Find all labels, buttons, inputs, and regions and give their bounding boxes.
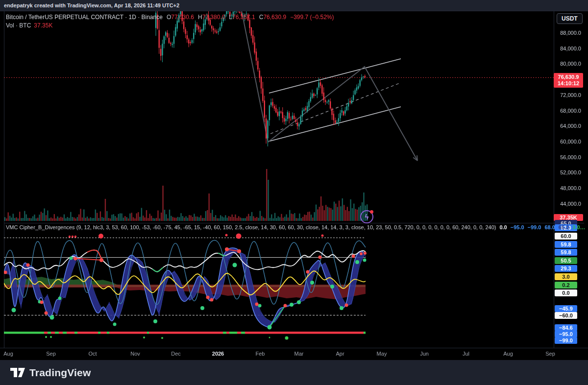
indicator-value-tag: 0.2 [555,282,577,289]
price-axis-label: 60,000.0 [553,139,581,144]
indicator-value-tag: −84.6 [555,324,577,331]
indicator-status-values: 0.0−95.0−99.068.065.03.0… [496,224,585,230]
indicator-value-tag: −60.0 [555,312,577,319]
time-axis-label[interactable]: Dec [171,351,181,357]
time-axis-label[interactable]: Jul [463,351,469,357]
last-price-value: 76,630.9 [554,74,583,80]
ohlc-letter: O [167,14,171,21]
indicator-status-value: −99.0 [528,224,541,230]
boost-lightning-icon[interactable]: ϟ [360,210,373,223]
price-axis-label: 72,000.0 [553,92,581,98]
indicator-value-tag: 0.0 [555,289,577,296]
price-axis-label: 64,000.0 [553,123,581,129]
ohlc-value: 76,357.1 [232,14,255,21]
ohlc-values: O77,030.6H77,380.0L76,357.1C76,630.9 [163,14,286,21]
price-chart-canvas[interactable] [0,0,588,385]
tradingview-brand-text[interactable]: TradingView [29,367,91,379]
notification-dot [370,210,373,214]
indicator-status-value: 65.0 [559,224,569,230]
indicator-value-tag: 60.0 [555,233,577,240]
indicator-params: (9, 12, hlc3, 3, 53, 60, 100, -53, -60, … [76,224,496,230]
price-axis-label: 44,000.0 [553,201,581,207]
ohlc-letter: H [198,14,202,21]
indicator-title-row: VMC Cipher_B_Divergences (9, 12, hlc3, 3… [6,224,586,230]
time-axis-label[interactable]: Feb [256,351,265,357]
symbol-title[interactable]: Bitcoin / TetherUS PERPETUAL CONTRACT · … [6,14,163,21]
indicator-value-tag: −99.0 [555,337,577,344]
price-axis-label: 84,000.0 [553,46,581,51]
time-axis-label[interactable]: Aug [503,351,513,357]
price-axis-label: 52,000.0 [553,169,581,175]
indicator-value-tag: 29.3 [555,265,577,272]
time-axis-label[interactable]: Mar [294,351,304,357]
time-axis-label[interactable]: Apr [336,351,344,357]
currency-unit-button[interactable]: USDT [557,13,583,24]
indicator-value-tag: 59.8 [555,249,577,256]
ohlc-value: 77,380.0 [202,14,225,21]
change-value: −399.7 (−0.52%) [290,14,334,21]
indicator-value-tag: 3.0 [555,273,577,280]
volume-row: Vol · BTC37.35K [6,22,52,29]
volume-label[interactable]: Vol · BTC [6,22,31,29]
price-axis-label: 80,000.0 [553,61,581,67]
watermark-bar: endepatryk created with TradingView.com,… [0,0,588,11]
time-axis-label[interactable]: Sep [46,351,56,357]
time-axis-label[interactable]: Sep [545,351,555,357]
price-axis-label: 68,000.0 [553,108,581,114]
tradingview-chart-page: endepatryk created with TradingView.com,… [0,0,588,385]
indicator-value-tag: 50.5 [555,257,577,264]
tradingview-logo-icon[interactable] [10,368,25,377]
watermark-text: endepatryk created with TradingView.com,… [4,2,179,8]
time-axis-label[interactable]: May [377,351,387,357]
time-axis-label[interactable]: Jun [420,351,429,357]
footer-bar: TradingView [0,360,588,385]
price-axis-label: 48,000.0 [553,185,581,191]
time-axis-label[interactable]: Aug [3,351,13,357]
indicator-status-value: 0.0 [499,224,507,230]
indicator-value-tag: −45.9 [555,305,577,312]
time-axis-label[interactable]: Nov [130,351,140,357]
lightning-glyph: ϟ [365,213,369,221]
ohlc-value: 77,030.6 [171,14,194,21]
volume-value: 37.35K [34,22,52,29]
indicator-value-tag: 59.8 [555,241,577,248]
indicator-name[interactable]: VMC Cipher_B_Divergences [6,224,75,230]
time-axis-label[interactable]: Oct [88,351,97,357]
bar-countdown: 14:10:12 [554,80,583,87]
indicator-status-value: 3.0… [572,224,585,230]
last-price-tag: 76,630.9 14:10:12 [554,73,583,88]
indicator-status-value: −95.0 [511,224,524,230]
price-axis-label: 88,000.0 [553,30,581,36]
time-axis-label[interactable]: 2026 [212,351,224,357]
price-axis-label: 56,000.0 [553,154,581,160]
symbol-title-row: Bitcoin / TetherUS PERPETUAL CONTRACT · … [6,14,334,21]
indicator-value-tag: −95.0 [555,331,577,337]
ohlc-value: 76,630.9 [263,14,286,21]
indicator-status-value: 68.0 [544,224,555,230]
